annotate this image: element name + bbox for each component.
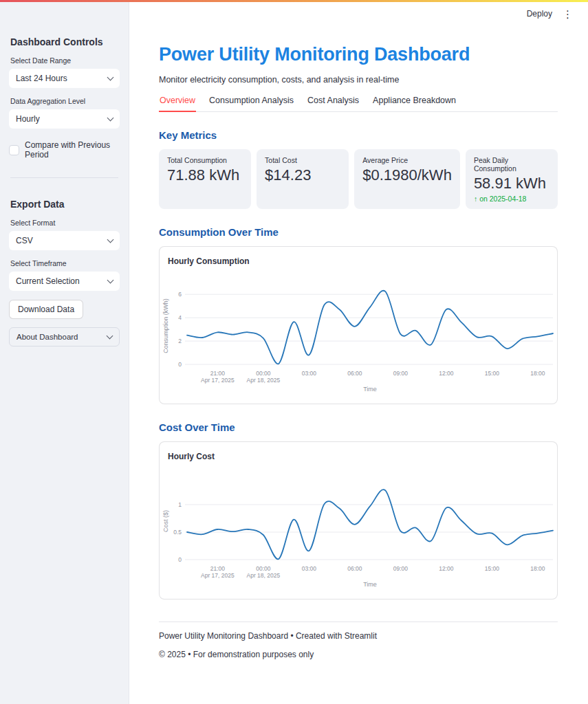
tab-consumption-analysis[interactable]: Consumption Analysis bbox=[208, 96, 294, 111]
svg-text:1: 1 bbox=[178, 501, 182, 508]
metric-label: Total Consumption bbox=[167, 156, 243, 164]
chevron-down-icon bbox=[107, 74, 114, 80]
svg-text:06:00: 06:00 bbox=[347, 565, 362, 572]
date-range-select[interactable]: Last 24 Hours bbox=[9, 69, 120, 88]
svg-text:Apr 18, 2025: Apr 18, 2025 bbox=[246, 572, 280, 579]
chevron-down-icon bbox=[107, 114, 114, 121]
svg-text:09:00: 09:00 bbox=[393, 565, 409, 572]
format-value: CSV bbox=[16, 236, 33, 245]
sidebar-divider bbox=[10, 177, 118, 178]
svg-text:18:00: 18:00 bbox=[530, 370, 545, 377]
svg-text:0: 0 bbox=[178, 556, 182, 563]
svg-text:Cost ($): Cost ($) bbox=[162, 510, 169, 532]
metric-value: 71.88 kWh bbox=[167, 166, 243, 184]
tab-overview[interactable]: Overview bbox=[159, 96, 196, 112]
svg-text:21:00: 21:00 bbox=[210, 565, 226, 572]
metric-value: $14.23 bbox=[265, 166, 340, 184]
compare-checkbox[interactable]: Compare with Previous Period bbox=[9, 140, 120, 160]
chevron-down-icon bbox=[107, 276, 114, 283]
date-range-label: Select Date Range bbox=[10, 56, 120, 65]
arrow-up-icon: ↑ bbox=[474, 195, 477, 203]
cost-line-chart[interactable]: 00.5121:00Apr 17, 202500:00Apr 18, 20250… bbox=[160, 472, 557, 592]
compare-checkbox-label: Compare with Previous Period bbox=[25, 140, 120, 160]
timeframe-value: Current Selection bbox=[16, 276, 80, 286]
svg-text:6: 6 bbox=[178, 291, 182, 298]
main-content: Power Utility Monitoring Dashboard Monit… bbox=[159, 2, 558, 659]
svg-text:Time: Time bbox=[363, 581, 377, 588]
checkbox-box-icon[interactable] bbox=[9, 145, 19, 155]
svg-text:09:00: 09:00 bbox=[393, 370, 409, 377]
cost-chart-title: Hourly Cost bbox=[168, 452, 557, 461]
consumption-chart-title: Hourly Consumption bbox=[168, 256, 557, 266]
footer-line2: © 2025 • For demonstration purposes only bbox=[159, 650, 558, 659]
footer-line1: Power Utility Monitoring Dashboard • Cre… bbox=[159, 631, 558, 641]
metric-total-cost: Total Cost $14.23 bbox=[257, 149, 349, 209]
top-decoration-bar bbox=[0, 0, 588, 2]
aggregation-label: Data Aggregation Level bbox=[10, 97, 120, 105]
tab-bar: Overview Consumption Analysis Cost Analy… bbox=[159, 96, 558, 112]
consumption-line-chart[interactable]: 024621:00Apr 17, 202500:00Apr 18, 202503… bbox=[160, 277, 557, 397]
chevron-down-icon bbox=[107, 332, 113, 339]
svg-text:15:00: 15:00 bbox=[485, 565, 500, 572]
page-title: Power Utility Monitoring Dashboard bbox=[159, 44, 558, 65]
svg-text:03:00: 03:00 bbox=[302, 565, 317, 572]
svg-text:Apr 18, 2025: Apr 18, 2025 bbox=[246, 377, 280, 384]
key-metrics-heading: Key Metrics bbox=[159, 129, 558, 141]
cost-chart-card: Hourly Cost 00.5121:00Apr 17, 202500:00A… bbox=[159, 441, 558, 600]
metric-label: Total Cost bbox=[265, 156, 340, 164]
sidebar: Dashboard Controls Select Date Range Las… bbox=[0, 2, 129, 704]
metric-delta: ↑ on 2025-04-18 bbox=[474, 195, 549, 203]
svg-text:18:00: 18:00 bbox=[530, 565, 545, 572]
svg-text:2: 2 bbox=[178, 338, 182, 344]
svg-text:Apr 17, 2025: Apr 17, 2025 bbox=[201, 572, 235, 579]
svg-text:0.5: 0.5 bbox=[173, 529, 182, 536]
tab-cost-analysis[interactable]: Cost Analysis bbox=[307, 96, 360, 111]
metrics-row: Total Consumption 71.88 kWh Total Cost $… bbox=[159, 149, 558, 209]
about-dashboard-label: About Dashboard bbox=[17, 333, 78, 341]
about-dashboard-expander[interactable]: About Dashboard bbox=[9, 327, 120, 346]
aggregation-value: Hourly bbox=[16, 114, 40, 124]
svg-text:15:00: 15:00 bbox=[485, 370, 500, 377]
metric-peak-daily-consumption: Peak Daily Consumption 58.91 kWh ↑ on 20… bbox=[466, 149, 558, 209]
export-section-title: Export Data bbox=[10, 199, 120, 210]
metric-value: 58.91 kWh bbox=[474, 175, 549, 192]
date-range-value: Last 24 Hours bbox=[16, 74, 67, 83]
format-select[interactable]: CSV bbox=[9, 231, 120, 250]
svg-text:21:00: 21:00 bbox=[210, 370, 226, 377]
svg-text:Time: Time bbox=[363, 386, 377, 393]
svg-text:06:00: 06:00 bbox=[347, 370, 362, 377]
svg-text:Apr 17, 2025: Apr 17, 2025 bbox=[201, 377, 235, 384]
svg-text:12:00: 12:00 bbox=[439, 370, 454, 377]
svg-text:00:00: 00:00 bbox=[256, 565, 271, 572]
consumption-section-heading: Consumption Over Time bbox=[159, 226, 558, 238]
sidebar-title: Dashboard Controls bbox=[10, 36, 120, 47]
kebab-menu-icon[interactable]: ⋮ bbox=[563, 8, 573, 21]
metric-total-consumption: Total Consumption 71.88 kWh bbox=[159, 149, 251, 209]
timeframe-select[interactable]: Current Selection bbox=[9, 272, 120, 291]
tab-appliance-breakdown[interactable]: Appliance Breakdown bbox=[372, 96, 457, 111]
timeframe-label: Select Timeframe bbox=[10, 259, 120, 267]
consumption-chart-card: Hourly Consumption 024621:00Apr 17, 2025… bbox=[159, 246, 558, 404]
svg-text:00:00: 00:00 bbox=[256, 370, 271, 377]
cost-section-heading: Cost Over Time bbox=[159, 421, 558, 433]
metric-label: Average Price bbox=[362, 156, 452, 164]
metric-delta-text: on 2025-04-18 bbox=[479, 195, 526, 203]
format-label: Select Format bbox=[10, 219, 120, 227]
svg-text:12:00: 12:00 bbox=[439, 565, 454, 572]
page-subtitle: Monitor electricity consumption, costs, … bbox=[159, 75, 558, 85]
download-data-button[interactable]: Download Data bbox=[9, 300, 83, 319]
metric-average-price: Average Price $0.1980/kWh bbox=[354, 149, 460, 209]
svg-text:0: 0 bbox=[178, 361, 182, 368]
aggregation-select[interactable]: Hourly bbox=[9, 109, 120, 129]
metric-value: $0.1980/kWh bbox=[362, 166, 452, 184]
svg-text:03:00: 03:00 bbox=[302, 370, 317, 377]
footer-divider bbox=[159, 622, 558, 622]
svg-text:Consumption (kWh): Consumption (kWh) bbox=[162, 298, 169, 353]
svg-text:4: 4 bbox=[178, 314, 182, 321]
chevron-down-icon bbox=[107, 236, 114, 243]
metric-label: Peak Daily Consumption bbox=[474, 156, 549, 173]
